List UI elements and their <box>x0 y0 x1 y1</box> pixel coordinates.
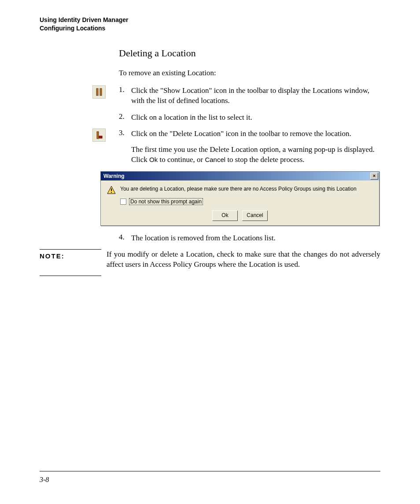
page-footer: 3-8 <box>40 471 380 484</box>
svg-rect-0 <box>96 88 98 96</box>
note-label: NOTE: <box>40 249 101 276</box>
running-header-line2: Configuring Locations <box>40 24 380 33</box>
step-2-text: Click on a location in the list to selec… <box>131 112 380 122</box>
dialog-title-text: Warning <box>103 173 125 179</box>
note-text: If you modify or delete a Location, chec… <box>107 249 380 270</box>
step-1: 1. Click the "Show Location" icon in the… <box>119 85 380 106</box>
step-3-number: 3. <box>119 129 131 137</box>
svg-rect-3 <box>99 136 102 138</box>
do-not-show-label[interactable]: Do not show this prompt again <box>129 198 203 205</box>
warning-dialog: Warning × You are deleting a Location, p… <box>100 171 379 226</box>
running-header: Using Identity Driven Manager Configurin… <box>40 16 380 33</box>
step-4-number: 4. <box>119 233 131 242</box>
do-not-show-checkbox[interactable] <box>120 199 126 205</box>
dialog-titlebar: Warning × <box>101 172 379 180</box>
dialog-message: You are deleting a Location, please make… <box>120 186 357 192</box>
cancel-button[interactable]: Cancel <box>242 210 268 221</box>
ok-inline-label: Ok <box>149 156 158 163</box>
step-2-number: 2. <box>119 112 131 121</box>
svg-rect-1 <box>100 88 102 96</box>
section-title: Deleting a Location <box>119 48 380 59</box>
svg-rect-6 <box>111 192 112 193</box>
svg-rect-2 <box>97 132 99 139</box>
svg-rect-5 <box>111 188 112 191</box>
warning-icon <box>107 186 116 195</box>
step-3-text: Click on the "Delete Location" icon in t… <box>131 129 351 138</box>
step-3: 3. Click on the "Delete Location" icon i… <box>119 129 380 165</box>
section-intro: To remove an existing Location: <box>119 69 380 77</box>
delete-location-icon <box>92 129 106 142</box>
step-4-text: The location is removed from the Locatio… <box>131 233 380 243</box>
step-2: 2. Click on a location in the list to se… <box>119 112 380 122</box>
step-1-number: 1. <box>119 85 131 94</box>
step-3-extra: The first time you use the Delete Locati… <box>131 144 380 165</box>
cancel-inline-label: Cancel <box>205 156 225 163</box>
step-1-text: Click the "Show Location" icon in the to… <box>131 85 380 106</box>
close-icon[interactable]: × <box>370 173 378 180</box>
running-header-line1: Using Identity Driven Manager <box>40 16 380 24</box>
page-number: 3-8 <box>40 476 49 483</box>
ok-button[interactable]: Ok <box>212 210 238 221</box>
step-4: 4. The location is removed from the Loca… <box>119 233 380 243</box>
show-location-icon <box>92 85 106 99</box>
